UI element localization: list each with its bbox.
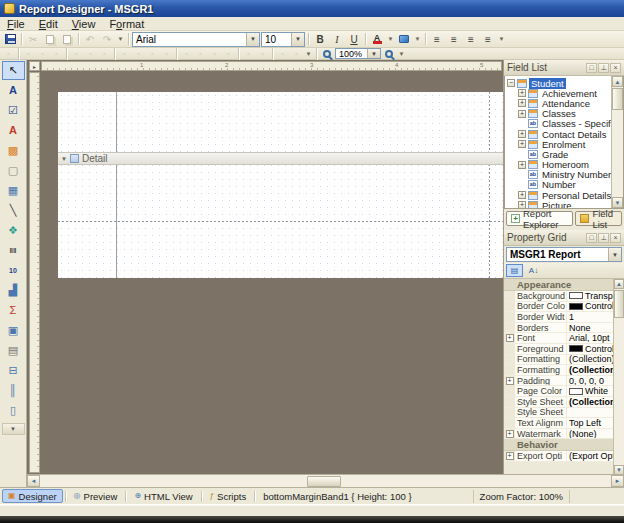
- property-row[interactable]: +FontArial, 10pt: [504, 333, 624, 344]
- zoom-out-button[interactable]: [320, 48, 334, 59]
- detail-band-header[interactable]: ▼ Detail: [58, 152, 503, 165]
- make-same-size-button[interactable]: ▫: [146, 49, 159, 59]
- property-row[interactable]: BackgroundTranspa...: [504, 291, 624, 302]
- align-rights-button[interactable]: ▫: [50, 49, 63, 59]
- align-right-button[interactable]: ≡: [463, 32, 479, 46]
- expand-icon[interactable]: +: [506, 334, 514, 342]
- toolbox-item-table[interactable]: ▦: [2, 181, 25, 200]
- tab-scripts[interactable]: ƒScripts: [204, 489, 253, 503]
- zoom-in-button[interactable]: [382, 48, 396, 59]
- band-collapse-icon[interactable]: ▼: [61, 156, 67, 162]
- field-list-item[interactable]: −Student: [505, 78, 623, 88]
- expand-icon[interactable]: +: [518, 110, 526, 118]
- field-list-item[interactable]: +Achievement: [505, 88, 623, 98]
- field-list-item[interactable]: +Enrolment: [505, 139, 623, 149]
- expand-icon[interactable]: +: [518, 130, 526, 138]
- toolbox-item-label[interactable]: A: [2, 81, 25, 100]
- property-row[interactable]: Page ColorWhite: [504, 386, 624, 397]
- scroll-up-icon[interactable]: ▲: [614, 279, 624, 289]
- save-button[interactable]: [2, 32, 18, 46]
- scroll-down-icon[interactable]: ▼: [612, 197, 623, 208]
- expand-icon[interactable]: +: [506, 452, 514, 460]
- send-to-back-button[interactable]: ▫: [290, 49, 303, 59]
- expand-icon[interactable]: +: [518, 99, 526, 107]
- toolbox-item-chart[interactable]: ▟: [2, 281, 25, 300]
- font-color-button[interactable]: A: [369, 32, 385, 46]
- collapse-icon[interactable]: −: [507, 79, 515, 87]
- scroll-thumb[interactable]: [307, 476, 341, 487]
- chevron-down-icon[interactable]: ▼: [246, 33, 259, 46]
- redo-button[interactable]: ↷: [99, 32, 115, 46]
- scroll-left-icon[interactable]: ◄: [27, 475, 40, 487]
- property-row[interactable]: +Export Opti(Export Options): [504, 451, 624, 462]
- horizontal-scrollbar[interactable]: ◄ ►: [27, 474, 624, 487]
- property-grid-scrollbar[interactable]: ▲ ▼: [613, 279, 624, 475]
- property-row[interactable]: ForegroundControl...: [504, 344, 624, 355]
- expand-icon[interactable]: +: [518, 161, 526, 169]
- toolbox-item-shape[interactable]: ❖: [2, 221, 25, 240]
- toolbox-item-picture-box[interactable]: ▩: [2, 141, 25, 160]
- menu-item-view[interactable]: View: [65, 17, 103, 31]
- tree-scrollbar[interactable]: ▲ ▼: [611, 76, 623, 208]
- field-list-item[interactable]: +Homeroom: [505, 160, 623, 170]
- expand-icon[interactable]: +: [518, 89, 526, 97]
- field-list-item[interactable]: abGrade: [505, 149, 623, 159]
- toolbox-scroll-down-icon[interactable]: ▼: [2, 423, 25, 435]
- remove-horz-spacing-button[interactable]: ▫: [222, 49, 235, 59]
- toolbox-item-zip-code[interactable]: 10: [2, 261, 25, 280]
- cut-button[interactable]: ✂: [25, 32, 41, 46]
- font-size-combo[interactable]: 10 ▼: [261, 32, 305, 47]
- field-list-item[interactable]: +Picture: [505, 200, 623, 209]
- highlight-color-button[interactable]: [396, 32, 412, 46]
- field-list-item[interactable]: +Attendance: [505, 98, 623, 108]
- center-horizontally-button[interactable]: ▫: [242, 49, 255, 59]
- align-bottoms-button[interactable]: ▫: [98, 49, 111, 59]
- toolbox-item-pivot-grid[interactable]: Σ: [2, 301, 25, 320]
- toolbar-overflow-icon[interactable]: ▼: [497, 36, 506, 42]
- report-page[interactable]: ▼ Detail: [58, 92, 503, 278]
- align-tops-button[interactable]: ▫: [70, 49, 83, 59]
- property-row[interactable]: Style Sheet: [504, 408, 624, 419]
- toolbox-item-panel[interactable]: ▢: [2, 161, 25, 180]
- dock-tab-report-explorer[interactable]: +Report Explorer: [506, 211, 573, 226]
- expand-icon[interactable]: +: [518, 191, 526, 199]
- scroll-up-icon[interactable]: ▲: [612, 76, 623, 87]
- chevron-down-icon[interactable]: ▼: [291, 33, 304, 46]
- close-icon[interactable]: ×: [610, 233, 621, 243]
- menu-item-edit[interactable]: Edit: [32, 17, 65, 31]
- align-centers-button[interactable]: ▫: [36, 49, 49, 59]
- chevron-down-icon[interactable]: ▼: [367, 49, 380, 58]
- toolbox-item-page-info[interactable]: ▤: [2, 341, 25, 360]
- size-to-grid-button[interactable]: ▫: [132, 49, 145, 59]
- category-appearance[interactable]: Appearance▲: [504, 279, 624, 291]
- tab-html-view[interactable]: ⊕HTML View: [128, 489, 198, 503]
- design-surface[interactable]: ▸ 12345 ▼ Detail: [28, 60, 503, 474]
- pin-icon[interactable]: ⊥: [598, 233, 609, 243]
- toolbox-item-bar-code[interactable]: ‖‖: [2, 241, 25, 260]
- font-color-dropdown[interactable]: ▼: [386, 36, 395, 42]
- make-same-height-button[interactable]: ▫: [160, 49, 173, 59]
- chevron-down-icon[interactable]: ▼: [608, 248, 621, 261]
- align-justify-button[interactable]: ≡: [480, 32, 496, 46]
- ruler-corner-button[interactable]: ▸: [29, 61, 40, 71]
- toolbox-item-cross-band-box[interactable]: ▯: [2, 401, 25, 420]
- menu-item-file[interactable]: File: [0, 17, 32, 31]
- undo-button[interactable]: ↶: [82, 32, 98, 46]
- toolbox-item-pointer[interactable]: ↖: [2, 61, 25, 80]
- field-list-item[interactable]: +Personal Details: [505, 190, 623, 200]
- highlight-dropdown[interactable]: ▼: [413, 36, 422, 42]
- expand-icon[interactable]: +: [506, 377, 514, 385]
- align-to-grid-button[interactable]: ▫: [2, 49, 15, 59]
- equal-horz-spacing-button[interactable]: ▫: [180, 49, 193, 59]
- maximize-icon[interactable]: □: [586, 63, 597, 73]
- toolbar-overflow-icon[interactable]: ▼: [397, 51, 406, 57]
- property-row[interactable]: Formatting(Collection): [504, 355, 624, 366]
- expand-icon[interactable]: +: [506, 430, 514, 438]
- field-list-item[interactable]: +Contact Details: [505, 129, 623, 139]
- property-row[interactable]: Formatting(Collection): [504, 365, 624, 376]
- toolbox-item-line[interactable]: ╲: [2, 201, 25, 220]
- dock-tab-field-list[interactable]: Field List: [575, 211, 622, 226]
- toolbar-overflow-icon[interactable]: ▼: [304, 51, 313, 57]
- copy-button[interactable]: [42, 32, 58, 46]
- property-row[interactable]: BordersNone: [504, 323, 624, 334]
